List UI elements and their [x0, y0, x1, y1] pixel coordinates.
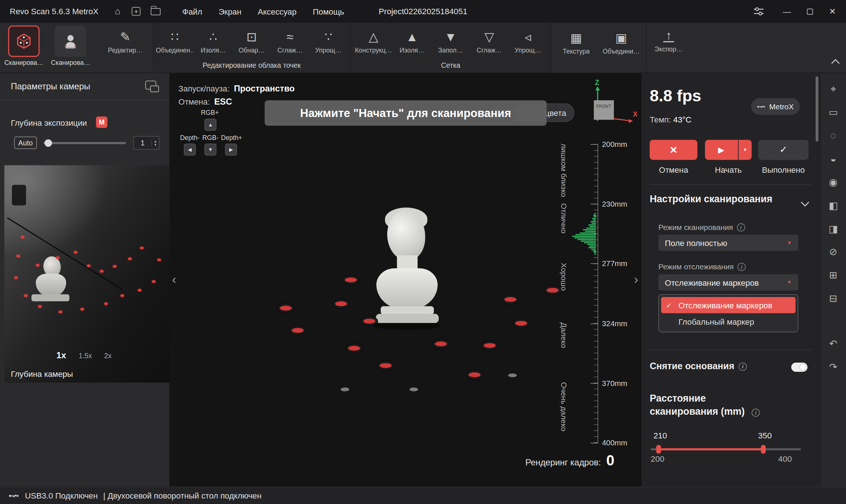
check-icon: ✓: [780, 144, 787, 156]
ruler-tick: [594, 192, 597, 192]
preview-marker-dot: [87, 265, 90, 267]
info-icon[interactable]: i: [752, 409, 760, 417]
stepper-down-icon[interactable]: ▼: [154, 143, 157, 146]
stepper-up-icon[interactable]: ▲: [154, 140, 157, 143]
duplicate-tool-icon[interactable]: ⊞: [829, 270, 837, 280]
sphere-view-tool-icon[interactable]: ◉: [829, 177, 837, 187]
orientation-gizmo[interactable]: Z FRONT X: [583, 79, 637, 132]
tool-smooth-points[interactable]: ≈Сглаж…: [271, 27, 309, 54]
plane-tool-icon[interactable]: ◧: [828, 200, 838, 210]
collapse-right-panel-icon[interactable]: ›: [634, 271, 639, 287]
scan-marker: [377, 361, 394, 370]
exposure-value-field[interactable]: 1 ▲ ▼: [133, 136, 159, 149]
rgb-minus-button[interactable]: ▼: [205, 144, 217, 156]
minimize-button[interactable]: —: [780, 5, 794, 18]
tool-smooth-mesh[interactable]: ▽Сглаж…: [470, 27, 508, 54]
start-options-dropdown[interactable]: ▼: [739, 140, 752, 160]
menu-item-1[interactable]: Экран: [218, 7, 241, 16]
menu-item-3[interactable]: Помощь: [313, 7, 344, 16]
tool-edit[interactable]: ✎ Редактир…: [106, 27, 144, 54]
rgb-plus-button[interactable]: ▲: [205, 119, 217, 131]
start-scan-button[interactable]: ▶: [705, 140, 738, 160]
ruler-tick: [594, 293, 597, 294]
zoom-2x-button[interactable]: 2x: [104, 352, 112, 360]
stamp-tool-icon[interactable]: ⊟: [829, 294, 837, 304]
tool-simplify-mesh[interactable]: ◃Упрощ…: [509, 27, 547, 54]
tool-isolate-points[interactable]: ∴Изоля…: [194, 27, 232, 54]
scan-marker: [513, 319, 529, 328]
auto-exposure-button[interactable]: Auto: [14, 137, 37, 149]
redo-icon[interactable]: ↷: [829, 362, 837, 372]
tool-simplify-points[interactable]: ∵Упрощ…: [310, 27, 348, 54]
dropdown-option-0[interactable]: ✓Отслеживание маркеров: [661, 297, 796, 313]
delete-tool-icon[interactable]: ⊘: [829, 247, 837, 257]
cancel-x-icon: ✕: [670, 144, 678, 156]
exposure-slider[interactable]: [43, 142, 126, 144]
scan-settings-chevron-icon[interactable]: [802, 198, 808, 208]
tracking-mode-select[interactable]: Отслеживание маркеров ▼: [658, 274, 798, 291]
menu-item-0[interactable]: Файл: [182, 7, 202, 16]
tool-detect[interactable]: ⊡Обнар…: [233, 27, 271, 54]
lasso-select-tool-icon[interactable]: ◌: [830, 130, 836, 140]
depth-minus-button[interactable]: ◀: [184, 144, 196, 156]
viewport-3d[interactable]: Запуск/пауза:Пространство Отмена:ESC RGB…: [170, 73, 641, 487]
range-high-handle[interactable]: [761, 445, 766, 454]
tool-isolate-mesh[interactable]: ▲Изоля…: [393, 27, 431, 54]
rect-select-tool-icon[interactable]: ▭: [828, 107, 838, 117]
undo-icon[interactable]: ↶: [829, 339, 837, 348]
histogram-bar: [587, 244, 596, 245]
depth-plus-button[interactable]: ▶: [225, 144, 237, 156]
ruler-tick: [594, 424, 597, 425]
ruler-tick: [594, 234, 597, 234]
comment-tool-icon[interactable]: ◒: [830, 154, 836, 164]
histogram-bar: [589, 224, 596, 226]
cursor-tool-icon[interactable]: ⌖: [831, 84, 836, 94]
info-icon[interactable]: i: [737, 223, 745, 231]
scan-mode-select[interactable]: Поле полностью ▼: [658, 235, 798, 251]
new-project-icon[interactable]: +: [130, 6, 142, 17]
home-icon[interactable]: ⌂: [112, 6, 124, 17]
ruler-tick: [594, 162, 597, 163]
detect-icon: ⊡: [233, 27, 271, 47]
exposure-stepper[interactable]: ▲ ▼: [151, 140, 159, 146]
tool-merge-projects[interactable]: ▣Объедини…: [602, 28, 640, 55]
collapse-left-panel-icon[interactable]: ‹: [172, 271, 176, 287]
tool-export[interactable]: ↑ Экспор…: [650, 27, 688, 53]
toolbar-collapse-chevron-icon[interactable]: [833, 59, 838, 69]
select-caret-icon: ▼: [787, 280, 792, 285]
menu-item-2[interactable]: Аксессуар: [258, 7, 296, 16]
tool-fill-holes[interactable]: ▼Запол…: [432, 27, 470, 54]
zoom-1x-button[interactable]: 1x: [57, 351, 66, 360]
panel-scrollbar[interactable]: [816, 77, 818, 141]
tool-construct-mesh[interactable]: △Конструкц…: [354, 27, 392, 54]
usb-status: USB3.0 Подключен: [25, 491, 98, 500]
hint-cancel: Отмена:ESC: [178, 97, 232, 107]
close-button[interactable]: ✕: [825, 5, 839, 18]
done-button[interactable]: ✓: [758, 140, 808, 160]
scan-tab-2[interactable]: Сканирова…: [51, 26, 90, 71]
tool-texture[interactable]: ▦Текстура: [557, 28, 595, 55]
cancel-scan-button[interactable]: ✕: [650, 140, 698, 160]
camera-flip-icon[interactable]: [145, 81, 156, 90]
info-icon[interactable]: i: [739, 362, 747, 370]
manual-badge[interactable]: M: [96, 117, 107, 128]
scan-cube-icon: [8, 26, 39, 57]
open-folder-icon[interactable]: [150, 6, 162, 17]
base-removal-toggle[interactable]: [791, 363, 808, 372]
invert-selection-tool-icon[interactable]: ◨: [828, 224, 838, 234]
device-button[interactable]: MetroX: [751, 98, 800, 115]
zoom-1-5x-button[interactable]: 1.5x: [79, 352, 92, 360]
info-icon[interactable]: i: [738, 263, 746, 271]
tool-label: Упрощ…: [310, 47, 348, 54]
preview-marker-dot: [16, 255, 20, 257]
distance-range-slider[interactable]: [651, 448, 801, 450]
dropdown-option-1[interactable]: Глобальный маркер: [661, 313, 796, 330]
gizmo-front-face[interactable]: [594, 100, 614, 120]
scan-tab-1[interactable]: Сканирова…: [4, 26, 43, 71]
hint-run-pause: Запуск/пауза:Пространство: [178, 84, 295, 94]
maximize-button[interactable]: [803, 5, 817, 18]
exposure-slider-knob[interactable]: [44, 139, 52, 147]
tool-merge[interactable]: ∷Объединен…: [156, 27, 194, 54]
settings-sliders-icon[interactable]: [752, 5, 766, 18]
range-low-handle[interactable]: [656, 445, 661, 454]
